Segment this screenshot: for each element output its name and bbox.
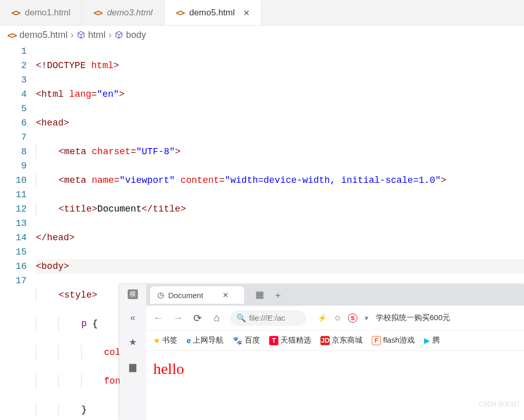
close-icon[interactable]: ✕: [243, 8, 250, 18]
forward-button[interactable]: →: [172, 312, 184, 324]
bookmark-item[interactable]: ▶腾: [424, 335, 440, 345]
browser-tab-strip: ◷ Document ✕ ▦ ＋: [146, 284, 524, 306]
search-icon: 🔍: [236, 313, 246, 323]
breadcrumb: <> demo5.html › html › body: [0, 26, 524, 44]
tab-label: demo5.html: [189, 8, 235, 18]
bookmark-item[interactable]: Fflash游戏: [372, 335, 415, 345]
collapse-icon[interactable]: «: [130, 312, 135, 323]
close-icon[interactable]: ✕: [223, 291, 229, 299]
bookmark-item[interactable]: e上网导航: [187, 335, 224, 345]
editor-tabs: <> demo1.html <> demo3.html <> demo5.htm…: [0, 0, 524, 26]
tab-label: demo3.html: [107, 8, 153, 18]
lightning-icon[interactable]: ⚡: [317, 313, 327, 323]
sogou-icon[interactable]: S: [348, 313, 357, 323]
browser-viewport: hello: [146, 351, 524, 387]
html-file-icon: <>: [93, 8, 102, 18]
breadcrumb-file[interactable]: demo5.html: [19, 30, 68, 40]
tab-demo1[interactable]: <> demo1.html: [0, 0, 82, 25]
globe-icon: ◷: [157, 290, 164, 300]
url-text: file:///E:/ac: [249, 313, 285, 322]
star-icon[interactable]: ★: [129, 337, 137, 348]
chevron-right-icon: ›: [109, 30, 112, 40]
url-bar[interactable]: 🔍 file:///E:/ac: [230, 310, 306, 326]
bookmark-item[interactable]: ★书签: [153, 335, 177, 345]
browser-tab-title: Document: [168, 291, 203, 300]
home-button[interactable]: ⌂: [211, 312, 223, 324]
bookmark-item[interactable]: JD京东商城: [320, 335, 362, 345]
breadcrumb-seg[interactable]: body: [126, 30, 146, 40]
extensions-icon[interactable]: ▦: [255, 289, 264, 301]
sidebar-toggle[interactable]: 横: [128, 289, 138, 299]
breadcrumb-seg[interactable]: html: [88, 30, 106, 40]
bookmarks-bar: ★书签 e上网导航 🐾百度 T天猫精选 JD京东商城 Fflash游戏 ▶腾: [146, 330, 524, 351]
html-file-icon: <>: [7, 30, 16, 40]
html-file-icon: <>: [176, 8, 184, 18]
line-number-gutter: 1234567891011121314151617: [0, 44, 36, 420]
favorite-icon[interactable]: ✩: [334, 313, 341, 323]
tab-demo3[interactable]: <> demo3.html: [82, 0, 164, 25]
bookmark-item[interactable]: T天猫精选: [269, 335, 311, 345]
browser-window: 横 « ★ ▆ ◷ Document ✕ ▦ ＋ ← → ⟳ ⌂ 🔍 file:…: [119, 284, 524, 420]
browser-tab[interactable]: ◷ Document ✕: [150, 286, 244, 304]
new-tab-icon[interactable]: ＋: [273, 289, 283, 301]
html-file-icon: <>: [11, 8, 19, 18]
bookmark-item[interactable]: 🐾百度: [233, 335, 260, 345]
element-icon: [77, 31, 85, 39]
watermark: CSDN @水冠7: [479, 400, 520, 409]
browser-toolbar: ← → ⟳ ⌂ 🔍 file:///E:/ac ⚡ ✩ S ▾ 学校拟统一购买6…: [146, 306, 524, 330]
page-content-text: hello: [153, 360, 517, 377]
folder-icon[interactable]: ▆: [129, 361, 136, 372]
tab-label: demo1.html: [25, 8, 70, 18]
tab-demo5[interactable]: <> demo5.html ✕: [165, 0, 261, 25]
browser-sidebar: 横 « ★ ▆: [119, 284, 146, 420]
chevron-right-icon: ›: [71, 30, 74, 40]
reload-button[interactable]: ⟳: [191, 312, 204, 324]
back-button[interactable]: ←: [152, 312, 165, 324]
headline-text[interactable]: 学校拟统一购买600元: [376, 313, 450, 323]
element-icon: [115, 31, 123, 39]
